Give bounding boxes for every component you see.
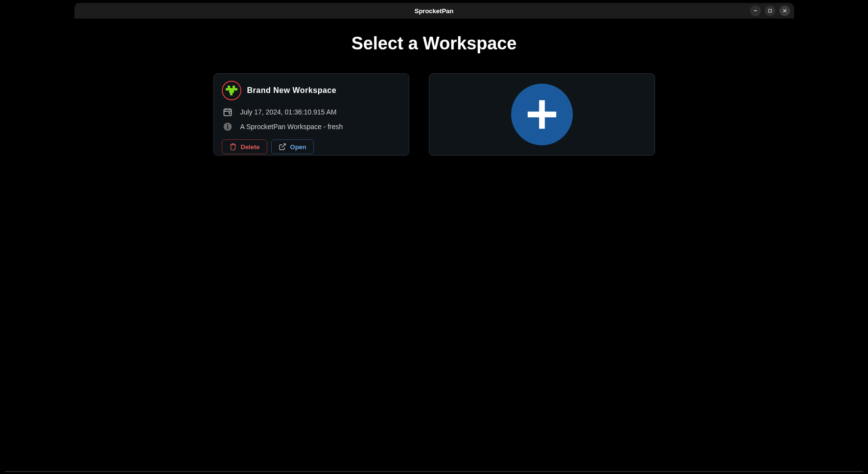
svg-rect-10 [227,126,228,129]
maximize-button[interactable] [765,5,775,16]
workspace-card-header: Brand New Workspace [222,81,401,100]
close-icon [782,8,787,13]
workspace-card: Brand New Workspace July 17, 2024, 01:36… [213,73,409,156]
workspace-avatar-icon [226,85,237,96]
svg-line-11 [282,144,285,147]
open-external-icon [279,143,286,151]
delete-button[interactable]: Delete [222,139,267,154]
content-area: Select a Workspace [74,19,794,390]
window-controls [750,5,790,16]
workspace-modified-row: July 17, 2024, 01:36:10.915 AM [222,107,401,117]
info-icon [223,122,233,132]
create-workspace-card[interactable] [429,73,655,156]
workspace-avatar [222,81,241,100]
open-button[interactable]: Open [271,139,314,154]
workspace-description-row: A SprocketPan Workspace - fresh [222,122,401,132]
svg-rect-4 [224,109,231,115]
calendar-icon [223,107,233,117]
svg-rect-13 [527,112,556,117]
open-button-label: Open [290,143,306,151]
close-button[interactable] [779,5,790,16]
workspace-grid: Brand New Workspace July 17, 2024, 01:36… [74,73,794,156]
delete-button-label: Delete [241,143,260,151]
window-title: SprocketPan [415,7,453,15]
workspace-name: Brand New Workspace [247,86,337,95]
bottom-divider [5,471,863,472]
plus-icon [525,97,559,132]
svg-rect-1 [769,9,772,12]
titlebar: SprocketPan [74,3,794,19]
window-frame: SprocketPan Select a Workspace [74,3,794,390]
workspace-description: A SprocketPan Workspace - fresh [240,123,343,131]
trash-icon [229,143,237,151]
page-heading: Select a Workspace [74,33,794,54]
workspace-modified: July 17, 2024, 01:36:10.915 AM [240,108,337,116]
minimize-button[interactable] [750,5,761,16]
maximize-icon [768,8,773,13]
plus-circle [511,84,573,145]
workspace-actions: Delete Open [222,139,401,154]
svg-point-9 [227,124,228,126]
minimize-icon [753,8,758,13]
